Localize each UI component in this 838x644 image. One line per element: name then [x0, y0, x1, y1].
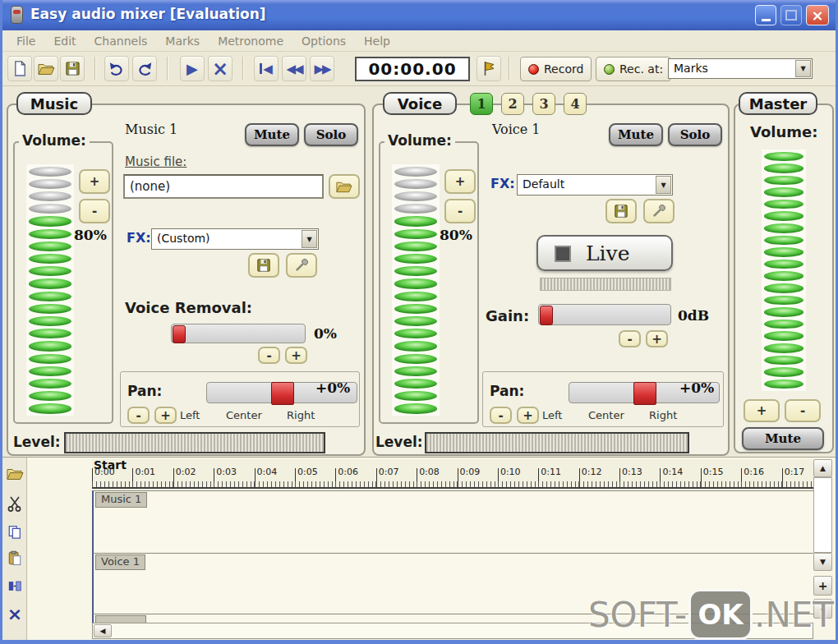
timeline-open-button[interactable]	[4, 462, 25, 485]
save-button[interactable]	[60, 56, 85, 81]
open-file-button[interactable]	[34, 56, 58, 81]
new-file-button[interactable]	[7, 56, 32, 81]
music-volume-down-button[interactable]: -	[79, 199, 110, 223]
dropdown-arrow-icon[interactable]: ▼	[302, 230, 317, 248]
music-pan-left-button[interactable]: -	[127, 407, 150, 424]
close-button[interactable]: ×	[806, 5, 829, 25]
undo-button[interactable]	[104, 56, 129, 81]
voice-pan-thumb[interactable]	[633, 382, 656, 405]
record-at-button[interactable]: Rec. at:	[596, 57, 671, 81]
rewind-button[interactable]: ◀◀	[282, 56, 306, 81]
zoom-out-button[interactable]: -	[813, 599, 832, 619]
music-file-input[interactable]	[123, 174, 324, 199]
voice-solo-button[interactable]: Solo	[668, 123, 722, 146]
record-button[interactable]: Record	[520, 57, 592, 81]
music-pan-right-button[interactable]: +	[154, 407, 177, 424]
horizontal-scrollbar[interactable]: ◀	[92, 623, 813, 639]
marks-select[interactable]: Marks ▼	[668, 58, 813, 79]
menu-item-metronome[interactable]: Metronome	[209, 32, 292, 50]
menu-item-help[interactable]: Help	[355, 32, 399, 50]
led	[394, 403, 437, 413]
scissors-icon	[7, 495, 22, 512]
master-mute-button[interactable]: Mute	[742, 427, 824, 450]
music-solo-button[interactable]: Solo	[304, 123, 358, 146]
menu-item-channels[interactable]: Channels	[85, 32, 157, 50]
music-mute-button[interactable]: Mute	[245, 123, 299, 146]
stop-button[interactable]: ×	[208, 56, 233, 81]
play-button[interactable]: ▶	[180, 56, 205, 81]
music-pan-thumb[interactable]	[271, 382, 294, 405]
dropdown-arrow-icon[interactable]: ▼	[656, 176, 671, 194]
voice-fx-edit-button[interactable]	[643, 199, 675, 223]
voice-pan-right-button[interactable]: +	[517, 407, 539, 424]
track-row-music[interactable]: Music 1	[92, 490, 813, 553]
dropdown-arrow-icon[interactable]: ▼	[795, 60, 811, 77]
voice-pan-left-button[interactable]: -	[490, 407, 512, 424]
menu-item-options[interactable]: Options	[292, 32, 355, 50]
music-fx-edit-button[interactable]	[286, 253, 317, 278]
music-voice-removal-slider[interactable]	[171, 324, 306, 343]
voice-pan-left-label: Left	[542, 409, 562, 421]
music-panel-tab[interactable]: Music	[16, 92, 92, 115]
voice-gain-minus-button[interactable]: -	[619, 330, 641, 347]
flag-marker-button[interactable]	[477, 56, 501, 81]
menu-item-edit[interactable]: Edit	[44, 32, 85, 50]
voice-fx-save-button[interactable]	[605, 199, 637, 223]
skip-to-start-button[interactable]: ◀	[254, 56, 279, 81]
voice-gain-slider[interactable]	[538, 304, 671, 325]
scrollbar-track[interactable]	[813, 477, 832, 553]
master-volume-meter[interactable]	[762, 150, 806, 391]
voice-level-label: Level:	[375, 434, 423, 450]
voice-mute-button[interactable]: Mute	[609, 123, 663, 146]
voice-channel-tab-4[interactable]: 4	[564, 93, 587, 115]
timeline-ruler[interactable]: 0:000:010:020:030:040:050:060:070:080:09…	[92, 459, 813, 489]
music-voice-removal-plus-button[interactable]: +	[285, 347, 307, 364]
menu-item-marks[interactable]: Marks	[156, 32, 209, 50]
timeline-cut-button[interactable]	[4, 492, 25, 515]
music-voice-removal-minus-button[interactable]: -	[258, 347, 280, 364]
master-volume-down-button[interactable]: -	[785, 399, 821, 422]
voice-fx-select[interactable]: Default ▼	[517, 174, 673, 196]
maximize-button[interactable]	[780, 5, 802, 25]
master-volume-up-button[interactable]: +	[744, 399, 780, 422]
voice-volume-down-button[interactable]: -	[444, 199, 476, 223]
music-fx-value: (Custom)	[152, 229, 318, 247]
track-row-partial[interactable]	[92, 614, 813, 623]
voice-channel-tab-1[interactable]: 1	[470, 93, 493, 115]
record-at-dot-icon	[604, 64, 615, 75]
voice-volume-up-button[interactable]: +	[444, 169, 476, 194]
timeline-delete-button[interactable]: ×	[4, 602, 25, 625]
voice-channel-tab-3[interactable]: 3	[532, 93, 555, 115]
forward-button[interactable]: ▶▶	[310, 56, 334, 81]
vertical-scrollbar[interactable]: ▲ ▼ + -	[813, 459, 833, 641]
music-voice-removal-thumb[interactable]	[173, 325, 186, 343]
music-fx-select[interactable]: (Custom) ▼	[151, 228, 319, 250]
track-row-voice[interactable]: Voice 1	[92, 553, 813, 614]
voice-gain-plus-button[interactable]: +	[646, 330, 668, 347]
led	[764, 200, 803, 209]
led	[29, 191, 71, 201]
minimize-button[interactable]	[755, 5, 776, 25]
led	[764, 356, 803, 366]
menu-item-file[interactable]: File	[7, 32, 44, 50]
music-volume-meter[interactable]	[26, 164, 74, 416]
music-browse-button[interactable]	[329, 174, 360, 199]
timeline-copy-button[interactable]	[4, 520, 25, 543]
voice-panel-tab[interactable]: Voice	[383, 92, 457, 115]
scroll-up-button[interactable]: ▲	[813, 459, 832, 477]
voice-level-bar	[425, 432, 689, 453]
timeline-paste-button[interactable]	[4, 546, 25, 569]
voice-channel-tab-2[interactable]: 2	[501, 93, 524, 115]
music-volume-label: Volume:	[19, 132, 90, 149]
led	[394, 242, 437, 251]
voice-volume-meter[interactable]	[392, 164, 440, 416]
voice-live-button[interactable]: Live	[536, 235, 673, 271]
music-fx-save-button[interactable]	[248, 253, 279, 278]
redo-button[interactable]	[132, 56, 157, 81]
scroll-down-button[interactable]: ▼	[813, 553, 832, 571]
zoom-in-button[interactable]: +	[813, 576, 832, 596]
scroll-left-button[interactable]: ◀	[94, 624, 112, 637]
music-volume-up-button[interactable]: +	[79, 169, 110, 194]
voice-gain-thumb[interactable]	[540, 306, 553, 325]
timeline-split-button[interactable]	[4, 574, 25, 597]
